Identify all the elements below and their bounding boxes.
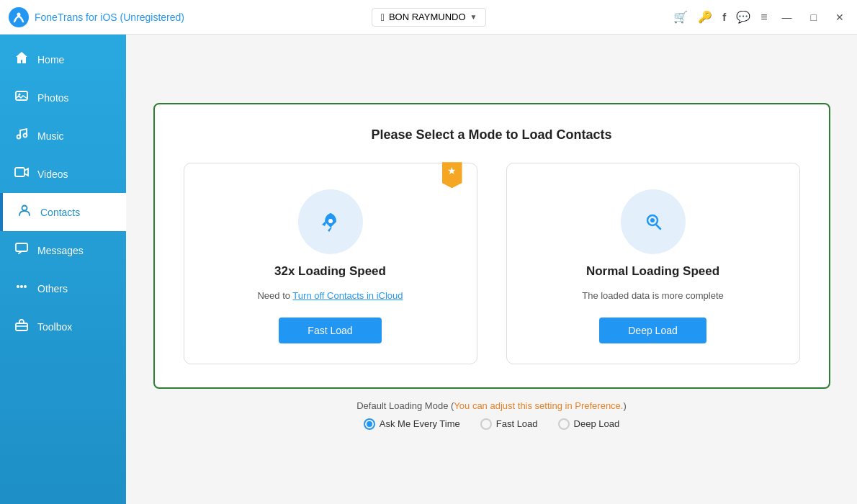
svg-point-7 xyxy=(22,206,27,211)
radio-fast-load[interactable]: Fast Load xyxy=(480,418,538,430)
svg-point-5 xyxy=(24,134,27,138)
radio-deep-load[interactable]: Deep Load xyxy=(558,418,620,430)
content-area: Please Select a Mode to Load Contacts ★ xyxy=(126,35,857,504)
sidebar-label-music: Music xyxy=(37,130,64,142)
deep-load-icon-circle xyxy=(621,189,686,254)
sidebar-item-others[interactable]: Others xyxy=(0,269,126,307)
sidebar-label-contacts: Contacts xyxy=(40,207,80,218)
search-icon xyxy=(634,203,672,240)
sidebar-label-photos: Photos xyxy=(37,92,69,104)
sidebar: Home Photos Music Videos Contacts xyxy=(0,35,126,504)
sidebar-item-toolbox[interactable]: Toolbox xyxy=(0,307,126,346)
music-icon xyxy=(14,127,29,145)
svg-point-4 xyxy=(17,135,21,139)
radio-label-ask: Ask Me Every Time xyxy=(380,418,460,429)
cart-icon[interactable]: 🛒 xyxy=(673,10,688,24)
device-selector[interactable]:  BON RAYMUNDO ▼ xyxy=(372,8,487,27)
mode-options: ★ 32x Loading Spee xyxy=(184,163,800,364)
radio-label-fast: Fast Load xyxy=(496,418,538,429)
icloud-link[interactable]: Turn off Contacts in iCloud xyxy=(292,290,403,301)
key-icon[interactable]: 🔑 xyxy=(698,10,712,24)
titlebar: FoneTrans for iOS (Unregistered)  BON R… xyxy=(0,0,857,35)
sidebar-item-photos[interactable]: Photos xyxy=(0,78,126,117)
apple-icon:  xyxy=(381,12,385,23)
radio-dot-fast xyxy=(480,418,492,430)
device-name: BON RAYMUNDO xyxy=(389,12,466,22)
radio-group: Ask Me Every Time Fast Load Deep Load xyxy=(364,418,619,430)
deep-mode-desc: The loaded data is more complete xyxy=(582,289,724,303)
sidebar-item-messages[interactable]: Messages xyxy=(0,231,126,269)
chat-icon[interactable]: 💬 xyxy=(736,10,750,24)
app-title: FoneTrans for iOS (Unregistered) xyxy=(35,12,184,23)
close-button[interactable]: ✕ xyxy=(831,10,848,24)
svg-rect-8 xyxy=(16,243,27,251)
toolbox-icon xyxy=(14,318,29,336)
deep-mode-title: Normal Loading Speed xyxy=(586,264,719,279)
sidebar-label-messages: Messages xyxy=(37,245,84,256)
chevron-down-icon: ▼ xyxy=(470,13,477,21)
sidebar-label-toolbox: Toolbox xyxy=(37,321,72,333)
fast-load-card[interactable]: ★ 32x Loading Spee xyxy=(184,163,477,364)
titlebar-left: FoneTrans for iOS (Unregistered) xyxy=(9,7,184,27)
svg-point-9 xyxy=(17,285,19,288)
badge-icon: ★ xyxy=(442,162,462,188)
contacts-icon xyxy=(17,203,32,221)
radio-dot-ask xyxy=(364,418,375,430)
fast-load-icon-circle xyxy=(298,189,363,254)
card-title: Please Select a Mode to Load Contacts xyxy=(371,127,611,143)
footer: Default Loading Mode (You can adjust thi… xyxy=(356,389,627,436)
svg-point-18 xyxy=(650,218,655,222)
minimize-button[interactable]: — xyxy=(778,10,797,24)
photos-icon xyxy=(14,89,29,107)
sidebar-item-music[interactable]: Music xyxy=(0,117,126,155)
others-icon xyxy=(14,279,29,297)
maximize-button[interactable]: □ xyxy=(807,10,821,24)
sidebar-item-home[interactable]: Home xyxy=(0,40,126,78)
home-icon xyxy=(14,50,29,68)
fast-mode-desc: Need to Turn off Contacts in iCloud xyxy=(257,289,403,303)
main-layout: Home Photos Music Videos Contacts xyxy=(0,35,857,504)
sidebar-label-others: Others xyxy=(37,283,68,294)
svg-point-15 xyxy=(328,219,333,223)
svg-point-10 xyxy=(20,285,23,288)
deep-load-card[interactable]: Normal Loading Speed The loaded data is … xyxy=(506,163,800,364)
deep-load-button[interactable]: Deep Load xyxy=(599,318,706,343)
sidebar-label-home: Home xyxy=(37,54,64,66)
radio-ask-me[interactable]: Ask Me Every Time xyxy=(364,418,460,430)
footer-text: Default Loading Mode (You can adjust thi… xyxy=(356,400,627,411)
svg-rect-12 xyxy=(16,323,27,330)
svg-point-11 xyxy=(24,285,27,288)
svg-rect-2 xyxy=(16,91,27,100)
fast-load-button[interactable]: Fast Load xyxy=(279,318,381,343)
sidebar-label-videos: Videos xyxy=(37,168,68,180)
footer-highlight: You can adjust this setting in Preferenc… xyxy=(454,400,623,411)
menu-icon[interactable]: ≡ xyxy=(760,11,767,24)
app-logo-icon xyxy=(9,7,29,27)
messages-icon xyxy=(14,241,29,259)
fast-mode-title: 32x Loading Speed xyxy=(274,264,386,279)
svg-rect-6 xyxy=(15,168,24,176)
main-card: Please Select a Mode to Load Contacts ★ xyxy=(153,103,830,389)
radio-label-deep: Deep Load xyxy=(574,418,620,429)
svg-point-1 xyxy=(17,12,21,16)
sidebar-item-videos[interactable]: Videos xyxy=(0,155,126,193)
facebook-icon[interactable]: f xyxy=(722,11,726,23)
sidebar-item-contacts[interactable]: Contacts xyxy=(0,193,126,231)
rocket-icon xyxy=(312,203,349,240)
radio-dot-deep xyxy=(558,418,570,430)
titlebar-right: 🛒 🔑 f 💬 ≡ — □ ✕ xyxy=(673,10,848,24)
videos-icon xyxy=(14,165,29,183)
